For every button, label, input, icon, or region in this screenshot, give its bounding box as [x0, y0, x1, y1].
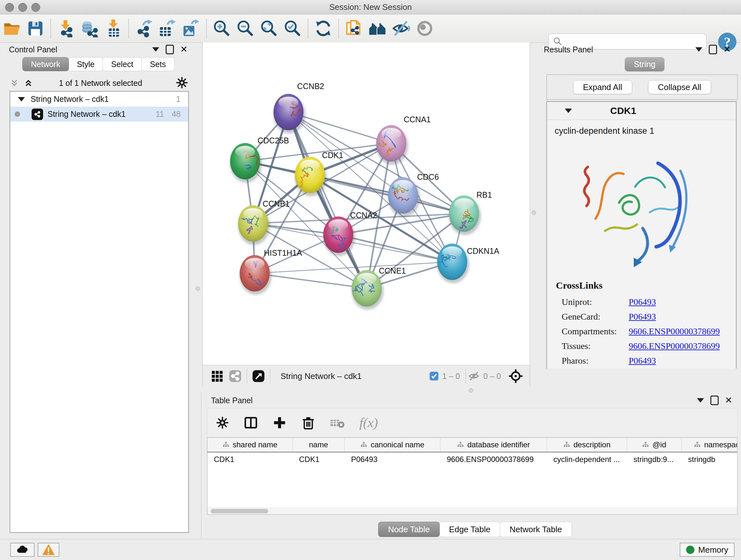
tab-style[interactable]: Style [68, 57, 104, 71]
column-header-@id[interactable]: @id [627, 438, 682, 452]
float-panel-icon[interactable] [165, 45, 174, 54]
zoom-fit-icon[interactable] [257, 17, 281, 40]
expand-all-button[interactable]: Expand All [573, 80, 632, 94]
panel-menu-icon[interactable] [695, 47, 702, 52]
bottom-splitter-handle[interactable] [469, 388, 473, 393]
window-title: Session: New Session [0, 2, 741, 12]
network-node-CCNE1[interactable]: CCNE1 [348, 266, 406, 310]
function-builder-icon[interactable]: f(x) [359, 415, 378, 430]
table-row[interactable]: CDK1CDK1P064939606.ENSP00000378699cyclin… [207, 452, 738, 466]
title-bar: Session: New Session [0, 0, 741, 14]
table-cell[interactable]: CDK1 [293, 452, 345, 466]
tab-select[interactable]: Select [103, 57, 142, 71]
table-cell[interactable]: P06493 [345, 452, 441, 466]
tab-network-table[interactable]: Network Table [500, 522, 572, 537]
panel-menu-icon[interactable] [697, 398, 704, 402]
collapse-all-button[interactable]: Collapse All [648, 80, 711, 94]
crosslink-link[interactable]: P06493 [629, 312, 656, 322]
crosslink-row: GeneCard:P06493 [562, 309, 728, 324]
save-session-icon[interactable] [23, 17, 47, 40]
collection-expander-icon[interactable] [18, 97, 25, 102]
section-expander-icon[interactable] [565, 109, 572, 113]
memory-button[interactable]: Memory [680, 543, 735, 557]
network-node-RB1[interactable]: RB1 [449, 190, 492, 235]
network-node-CCNA1[interactable]: CCNA1 [376, 115, 431, 165]
birds-eye-view-icon[interactable] [211, 370, 223, 382]
zoom-out-icon[interactable] [233, 17, 257, 40]
column-header-canonical-name[interactable]: canonical name [345, 438, 441, 452]
selected-checkbox[interactable] [429, 371, 439, 381]
add-column-icon[interactable] [273, 416, 286, 430]
column-header-description[interactable]: description [547, 438, 627, 452]
warning-status-button[interactable] [38, 543, 59, 557]
horizontal-scrollbar[interactable] [207, 508, 737, 514]
first-neighbors-icon[interactable] [366, 17, 389, 40]
node-table: shared namenamecanonical namedatabase id… [207, 437, 738, 515]
tab-node-table[interactable]: Node Table [378, 522, 440, 537]
open-file-icon[interactable] [0, 17, 23, 40]
network-node-CDC25B[interactable]: CDC25B [230, 136, 289, 183]
node-section-header[interactable]: CDK1 [547, 102, 736, 120]
table-cell[interactable]: CDK1 [207, 452, 293, 466]
float-panel-icon[interactable] [709, 45, 717, 54]
import-network-file-icon[interactable] [54, 17, 78, 40]
network-view[interactable]: CCNB2CCNA1CDC25BCDK1CDC6RB1CCNB1CCNA2CDK… [202, 43, 530, 387]
tab-string[interactable]: String [625, 57, 664, 71]
tab-network[interactable]: Network [22, 57, 69, 71]
show-all-icon[interactable] [413, 17, 436, 40]
delete-column-icon[interactable] [301, 416, 315, 430]
export-image-icon[interactable] [179, 17, 203, 40]
crosshair-icon[interactable] [509, 369, 523, 383]
node-description: cyclin-dependent kinase 1 [555, 126, 654, 136]
column-header-database-identifier[interactable]: database identifier [441, 438, 547, 452]
close-panel-icon[interactable]: ✕ [180, 45, 188, 54]
export-table-icon[interactable] [156, 17, 179, 40]
import-table-icon[interactable] [102, 17, 125, 40]
crosslink-link[interactable]: P06493 [629, 356, 656, 366]
left-splitter-handle[interactable] [196, 287, 200, 291]
export-network-icon[interactable] [132, 17, 156, 40]
table-cell[interactable]: stringdb:9... [627, 452, 682, 466]
crosslink-link[interactable]: 9606.ENSP00000378699 [629, 326, 720, 336]
network-node-CDKN1A[interactable]: CDKN1A [437, 244, 499, 283]
column-header-namespace[interactable]: namespace [682, 438, 738, 452]
shared-column-icon [642, 441, 649, 448]
hide-selected-icon[interactable] [389, 17, 413, 40]
clone-network-icon[interactable] [342, 17, 366, 40]
panel-menu-icon[interactable] [152, 47, 159, 52]
network-canvas[interactable]: CCNB2CCNA1CDC25BCDK1CDC6RB1CCNB1CCNA2CDK… [203, 43, 530, 365]
column-header-shared-name[interactable]: shared name [207, 438, 293, 452]
tab-sets[interactable]: Sets [141, 57, 175, 71]
zoom-in-icon[interactable] [210, 17, 233, 40]
application-window: Session: New Session [0, 0, 741, 560]
show-columns-icon[interactable] [244, 416, 258, 430]
cloud-status-button[interactable] [10, 543, 35, 557]
network-node-HIST1H1A[interactable]: HIST1H1A [240, 248, 302, 295]
network-share-icon[interactable] [229, 370, 242, 382]
table-settings-gear-icon[interactable] [216, 416, 229, 429]
zoom-selected-icon[interactable] [281, 17, 305, 40]
crosslink-link[interactable]: P06493 [629, 297, 656, 307]
float-panel-icon[interactable] [711, 395, 719, 405]
scrollbar-thumb[interactable] [211, 509, 268, 513]
network-node-CDK1[interactable]: CDK1 [295, 151, 343, 196]
network-collection-row[interactable]: String Network – cdk1 1 [10, 91, 188, 107]
gear-icon[interactable] [176, 76, 188, 89]
network-node-CCNB2[interactable]: CCNB2 [273, 82, 324, 133]
close-panel-icon[interactable]: ✕ [725, 396, 732, 405]
open-in-new-icon[interactable] [252, 370, 265, 382]
import-network-database-icon[interactable] [78, 17, 102, 40]
tab-edge-table[interactable]: Edge Table [439, 522, 500, 537]
table-cell[interactable]: stringdb [682, 452, 738, 466]
column-header-label: database identifier [467, 440, 530, 449]
delete-table-icon[interactable] [330, 415, 345, 430]
table-cell[interactable]: cyclin-dependent ... [547, 452, 627, 466]
network-row[interactable]: String Network – cdk1 11 48 [10, 107, 188, 122]
crosslink-link[interactable]: 9606.ENSP00000378699 [629, 341, 720, 351]
column-header-name[interactable]: name [293, 438, 345, 452]
network-title: String Network – cdk1 [280, 371, 361, 381]
apply-layout-icon[interactable] [312, 17, 335, 40]
hidden-eye-icon[interactable] [468, 370, 480, 382]
close-panel-icon[interactable]: ✕ [724, 45, 731, 54]
table-cell[interactable]: 9606.ENSP00000378699 [441, 452, 547, 466]
